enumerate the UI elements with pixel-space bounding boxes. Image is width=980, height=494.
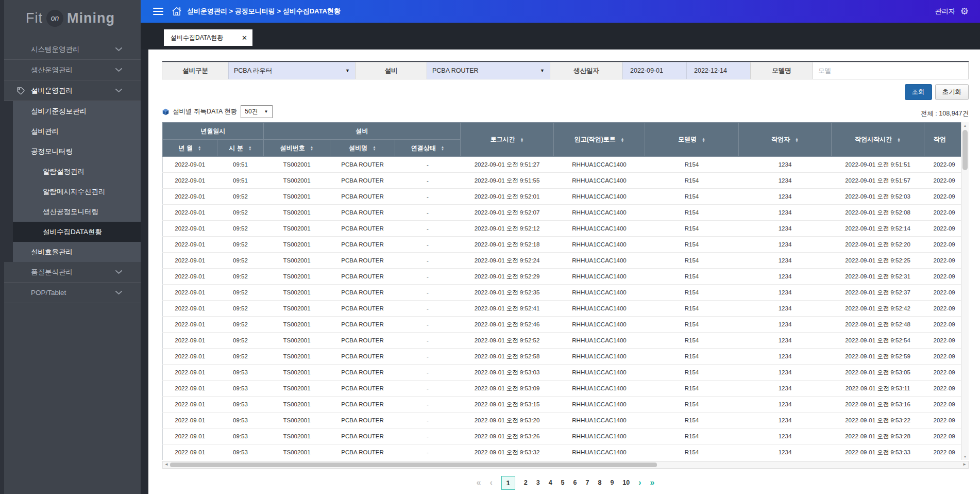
sort-icon[interactable]: ▲▼ (310, 145, 313, 151)
hamburger-menu-icon[interactable] (153, 8, 163, 15)
user-name: 관리자 (935, 7, 955, 16)
table-row[interactable]: 2022-09-0109:52TS002001PCBA ROUTER-2022-… (163, 221, 969, 237)
table-cell: RHHUA1CCAC1400 (554, 381, 645, 397)
sort-icon[interactable]: ▲▼ (897, 137, 900, 142)
table-row[interactable]: 2022-09-0109:52TS002001PCBA ROUTER-2022-… (163, 253, 969, 269)
table-cell: 2022-09-01 (163, 333, 217, 349)
col-model[interactable]: 모델명▲▼ (645, 123, 739, 157)
pagination-prev-icon[interactable]: ‹ (489, 478, 492, 487)
table-row[interactable]: 2022-09-0109:52TS002001PCBA ROUTER-2022-… (163, 285, 969, 301)
table-row[interactable]: 2022-09-0109:51TS002001PCBA ROUTER-2022-… (163, 157, 969, 173)
scroll-right-icon[interactable]: ► (962, 462, 967, 467)
table-cell: R154 (645, 349, 739, 365)
sort-icon[interactable]: ▲▼ (795, 137, 798, 142)
pagination-page-3[interactable]: 3 (536, 479, 540, 486)
table-cell: - (395, 285, 461, 301)
sidebar-item-설비수집data현황[interactable]: 설비수집DATA현황 (0, 222, 141, 242)
pagination-page-6[interactable]: 6 (573, 479, 577, 486)
sort-icon[interactable]: ▲▼ (621, 137, 624, 142)
col-conn-status[interactable]: 연결상태▲▼ (395, 140, 461, 157)
sort-icon[interactable]: ▲▼ (373, 145, 376, 151)
sidebar-item-설비관리[interactable]: 설비관리 (0, 121, 141, 141)
page-size-select[interactable]: 50건 ▼ (241, 105, 272, 118)
table-row[interactable]: 2022-09-0109:52TS002001PCBA ROUTER-2022-… (163, 189, 969, 205)
table-cell: 09:51 (217, 173, 264, 189)
tab-equip-data-status[interactable]: 설비수집DATA현황 ✕ (164, 29, 252, 46)
col-group-equipment[interactable]: 설비 (264, 123, 461, 140)
col-lot[interactable]: 입고(작업)로트▲▼ (554, 123, 645, 157)
equip-type-select[interactable]: PCBA 라우터 ▼ (228, 62, 356, 79)
pagination-page-1[interactable]: 1 (501, 476, 515, 490)
table-row[interactable]: 2022-09-0109:52TS002001PCBA ROUTER-2022-… (163, 349, 969, 365)
scroll-left-icon[interactable]: ◄ (164, 462, 168, 467)
table-row[interactable]: 2022-09-0109:52TS002001PCBA ROUTER-2022-… (163, 237, 969, 253)
sidebar-item-pop-tablet[interactable]: POP/Tablet (0, 283, 141, 303)
pagination-page-7[interactable]: 7 (586, 479, 589, 486)
sidebar-item-설비기준정보관리[interactable]: 설비기준정보관리 (0, 101, 141, 121)
col-equip-no[interactable]: 설비번호▲▼ (264, 140, 330, 157)
table-row[interactable]: 2022-09-0109:52TS002001PCBA ROUTER-2022-… (163, 317, 969, 333)
pagination-page-5[interactable]: 5 (561, 479, 565, 486)
col-equip-name[interactable]: 설비명▲▼ (330, 140, 395, 157)
col-group-datetime[interactable]: 년월일시 (163, 123, 264, 140)
pagination-page-9[interactable]: 9 (610, 479, 614, 486)
sort-icon[interactable]: ▲▼ (198, 145, 201, 151)
sidebar-item-품질분석관리[interactable]: 품질분석관리 (0, 262, 141, 283)
scroll-down-icon[interactable]: ▼ (961, 455, 969, 458)
table-row[interactable]: 2022-09-0109:51TS002001PCBA ROUTER-2022-… (163, 173, 969, 189)
horizontal-scrollbar-thumb[interactable] (170, 463, 657, 467)
table-row[interactable]: 2022-09-0109:52TS002001PCBA ROUTER-2022-… (163, 301, 969, 317)
equip-select[interactable]: PCBA ROUTER ▼ (427, 62, 550, 79)
col-hour-min[interactable]: 시 분▲▼ (217, 140, 264, 157)
table-cell: 2022-09-01 오전 9:52:31 (832, 269, 924, 285)
table-row[interactable]: 2022-09-0109:53TS002001PCBA ROUTER-2022-… (163, 429, 969, 444)
sidebar-item-생산공정모니터링[interactable]: 생산공정모니터링 (0, 202, 141, 222)
table-cell: R154 (645, 173, 739, 189)
sort-icon[interactable]: ▲▼ (520, 137, 523, 142)
date-to-field[interactable]: 2022-12-14 (686, 62, 751, 79)
pagination-last-icon[interactable]: » (650, 478, 655, 487)
table-row[interactable]: 2022-09-0109:53TS002001PCBA ROUTER-2022-… (163, 365, 969, 381)
vertical-scrollbar[interactable]: ▲ ▼ (961, 122, 969, 460)
sort-icon[interactable]: ▲▼ (248, 145, 251, 151)
pagination-page-8[interactable]: 8 (598, 479, 601, 486)
sort-icon[interactable]: ▲▼ (441, 145, 444, 151)
sidebar-item-시스템운영관리[interactable]: 시스템운영관리 (0, 39, 141, 60)
pagination-page-10[interactable]: 10 (622, 479, 630, 486)
reset-button[interactable]: 초기화 (935, 84, 969, 100)
table-cell: 1234 (739, 269, 832, 285)
table-row[interactable]: 2022-09-0109:52TS002001PCBA ROUTER-2022-… (163, 205, 969, 221)
pagination-page-2[interactable]: 2 (524, 479, 528, 486)
sidebar-item-설비운영관리[interactable]: 설비운영관리 (0, 80, 141, 101)
sidebar-item-공정모니터링[interactable]: 공정모니터링 (0, 141, 141, 161)
table-row[interactable]: 2022-09-0109:53TS002001PCBA ROUTER-2022-… (163, 397, 969, 413)
col-work-start[interactable]: 작업시작시간▲▼ (832, 123, 924, 157)
table-cell: 2022-09-01 오전 9:53:03 (461, 365, 554, 381)
sidebar-item-생산운영관리[interactable]: 생산운영관리 (0, 60, 141, 80)
table-cell: RHHUA1CCAC1400 (554, 349, 645, 365)
table-row[interactable]: 2022-09-0109:53TS002001PCBA ROUTER-2022-… (163, 444, 969, 460)
pagination-first-icon[interactable]: « (477, 478, 481, 487)
pagination-page-4[interactable]: 4 (549, 479, 552, 486)
close-icon[interactable]: ✕ (242, 34, 247, 42)
home-icon[interactable] (171, 6, 182, 17)
search-button[interactable]: 조회 (905, 84, 932, 100)
vertical-scrollbar-thumb[interactable] (962, 130, 968, 170)
scroll-up-icon[interactable]: ▲ (961, 124, 969, 127)
table-row[interactable]: 2022-09-0109:53TS002001PCBA ROUTER-2022-… (163, 413, 969, 429)
table-row[interactable]: 2022-09-0109:52TS002001PCBA ROUTER-2022-… (163, 333, 969, 349)
sort-icon[interactable]: ▲▼ (702, 137, 705, 142)
table-row[interactable]: 2022-09-0109:53TS002001PCBA ROUTER-2022-… (163, 381, 969, 397)
horizontal-scrollbar[interactable]: ◄ ► (162, 461, 969, 469)
sidebar-item-알람메시지수신관리[interactable]: 알람메시지수신관리 (0, 182, 141, 202)
pagination-next-icon[interactable]: › (638, 478, 641, 487)
sidebar-item-설비효율관리[interactable]: 설비효율관리 (0, 242, 141, 262)
gear-icon[interactable]: ⚙ (960, 7, 969, 16)
col-worker[interactable]: 작업자▲▼ (739, 123, 832, 157)
table-row[interactable]: 2022-09-0109:52TS002001PCBA ROUTER-2022-… (163, 269, 969, 285)
sidebar-item-알람설정관리[interactable]: 알람설정관리 (0, 161, 141, 182)
col-log-time[interactable]: 로그시간▲▼ (461, 123, 554, 157)
model-input[interactable] (813, 62, 968, 79)
col-year-month[interactable]: 년 월▲▼ (163, 140, 217, 157)
date-from-field[interactable]: 2022-09-01 (622, 62, 687, 79)
